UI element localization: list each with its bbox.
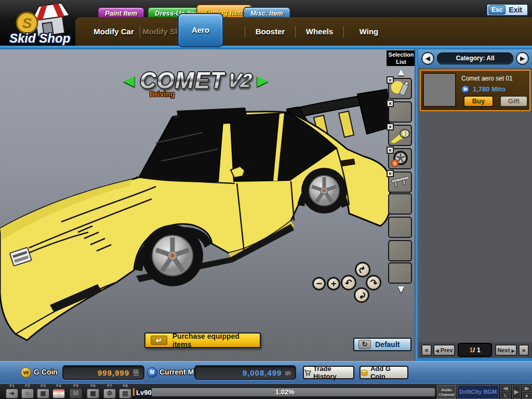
gcoin-label: G Coin (34, 368, 58, 376)
default-label: Default (375, 340, 400, 349)
esc-key-badge: Esc (488, 5, 506, 15)
trade-history-label: Trade History (313, 365, 353, 380)
purchase-equipped-button[interactable]: ↵ Purchase equipped items (144, 332, 261, 348)
nav-tab-wheels[interactable]: Wheels (296, 27, 343, 36)
zoom-in-button[interactable]: + (327, 277, 340, 290)
skid-shop-screen: S Skid Shop Paint Item Dress-Up Item Tun… (0, 0, 532, 399)
coins-icon (361, 369, 368, 376)
logo-text: Skid Shop (9, 31, 70, 46)
taskbar: F1➔ F2☺ F3▣ F4⌂ F5M F6▦ F7⚙ F8▤ Lv90 1.0… (0, 383, 532, 399)
selection-slot-wheel[interactable]: × S (388, 148, 412, 169)
level-tick (133, 388, 135, 396)
page-prev-button[interactable]: ◀ Prev (433, 344, 455, 356)
car-version: V2 (226, 70, 254, 91)
page-indicator: 1/ 1 (458, 343, 492, 357)
selection-slot-paint[interactable]: × (388, 78, 412, 99)
fkey-label: F4 (51, 384, 66, 388)
f1-chat-icon[interactable]: ➔ (6, 389, 18, 398)
page-last-button[interactable]: » (518, 344, 529, 356)
page-next-button[interactable]: Next ▶ (495, 344, 517, 356)
purchase-label: Purchase equipped items (172, 332, 260, 349)
selection-slot-wing[interactable]: × (388, 171, 412, 193)
category-navbar: Modify Car Modify Slot Booster Wheels Wi… (75, 17, 532, 46)
fkey-label: F3 (35, 384, 51, 388)
f5-map-icon[interactable]: M (70, 389, 82, 398)
mito-coin-icon: M (461, 85, 470, 94)
bgm-next-button[interactable]: ▮▶ (522, 385, 531, 392)
nav-tab-aero-active[interactable]: Aero (178, 13, 223, 47)
slot-checkbox[interactable]: × (387, 100, 394, 107)
rotate-down-button[interactable]: ↷ (354, 287, 369, 303)
add-gcoin-button[interactable]: Add G Coin (360, 366, 408, 379)
rotate-up-button[interactable]: ↷ (355, 262, 370, 277)
fkey-label: F2 (20, 384, 35, 388)
nav-tab-modify-car[interactable]: Modify Car (88, 27, 140, 36)
selection-list-title: Selection List (387, 50, 416, 66)
panel-divider (415, 49, 418, 361)
gift-button[interactable]: Gift (500, 96, 528, 107)
enter-key-icon: ↵ (151, 336, 167, 345)
f3-inventory-icon[interactable]: ▣ (37, 389, 49, 398)
nav-tab-booster[interactable]: Booster (245, 27, 295, 36)
selection-slot-empty-4[interactable] (388, 240, 412, 261)
selection-slot-empty-2[interactable] (388, 193, 412, 215)
prev-car-arrow[interactable]: ◀ (124, 72, 135, 89)
f2-character-icon[interactable]: ☺ (21, 389, 34, 398)
fkey-label: F7 (102, 384, 117, 388)
mito-symbol: ₥ (285, 369, 291, 377)
f6-messenger-icon[interactable]: ▦ (87, 389, 99, 398)
car-3d-model[interactable] (0, 49, 416, 361)
wheel-icon: S (390, 150, 410, 168)
gcoin-icon: ₩ (21, 367, 31, 378)
bgm-prev-button[interactable]: ◀▮ (500, 385, 511, 392)
exit-button[interactable]: Esc Exit (486, 4, 528, 16)
category-prev-button[interactable]: ◀ (421, 52, 434, 65)
trade-history-button[interactable]: Trade History (303, 366, 354, 379)
fkey-label: F6 (85, 384, 101, 388)
f8-quest-icon[interactable]: ▤ (119, 389, 131, 398)
buy-button[interactable]: Buy (463, 96, 494, 107)
header-divider-line (0, 46, 532, 49)
bgm-loop-button[interactable]: ↻ (500, 393, 511, 399)
level-label: Lv90 (136, 389, 152, 396)
won-symbol: 원 (132, 368, 139, 377)
item-name: Comet aero set 01 (461, 75, 513, 82)
selection-slot-empty-3[interactable] (388, 217, 412, 238)
default-button[interactable]: ↻ Default (353, 338, 411, 351)
rotate-right-button[interactable]: ↷ (366, 275, 381, 290)
shop-item-card[interactable]: Comet aero set 01 M 1,780 Mito Buy Gift (420, 70, 530, 111)
skid-shop-logo: S Skid Shop (5, 2, 78, 46)
selection-slot-empty-5[interactable] (388, 262, 412, 284)
page-first-button[interactable]: « (421, 344, 432, 356)
category-header: ◀ Category: All ▶ (418, 49, 532, 68)
mito-value: 9,008,499 (243, 368, 282, 377)
f4-shop-icon[interactable]: ⌂ (52, 389, 65, 398)
fkey-label: F1 (4, 384, 20, 388)
bgm-play-button[interactable]: ▶ (512, 385, 521, 399)
selection-slot-empty-1[interactable]: × (388, 101, 412, 123)
gcoin-amount-field: 999,999 원 (62, 365, 144, 380)
paint-spray-icon (390, 79, 410, 98)
fkey-label: F8 (117, 384, 133, 388)
nav-tab-wing[interactable]: Wing (344, 27, 394, 36)
bgm-stop-button[interactable]: ■ (522, 393, 531, 399)
item-thumbnail (423, 73, 456, 107)
shop-item-panel: ◀ Category: All ▶ Comet aero set 01 M 1,… (418, 49, 532, 361)
selection-scroll-up[interactable]: ▲ (393, 66, 409, 78)
rotate-left-button[interactable]: ↶ (341, 275, 356, 290)
next-car-arrow[interactable]: ▶ (257, 72, 268, 89)
header: S Skid Shop Paint Item Dress-Up Item Tun… (0, 0, 532, 49)
selection-scroll-down[interactable]: ▼ (393, 283, 409, 295)
gcoin-value: 999,999 (98, 368, 129, 377)
svg-text:S: S (22, 15, 32, 31)
exp-percent: 1.02% (275, 388, 295, 396)
mito-amount-field: 9,008,499 ₥ (194, 365, 296, 380)
selection-slot-booster[interactable]: × (388, 125, 412, 146)
f7-settings-icon[interactable]: ⚙ (103, 389, 116, 398)
wing-icon (390, 173, 410, 191)
bgm-title-display: DriftCity BGM (457, 385, 499, 399)
zoom-out-button[interactable]: − (312, 277, 326, 290)
audio-channel-button[interactable]: AudioChannel (437, 385, 456, 399)
category-next-button[interactable]: ▶ (516, 52, 529, 65)
car-status-label: Driving (150, 90, 175, 98)
